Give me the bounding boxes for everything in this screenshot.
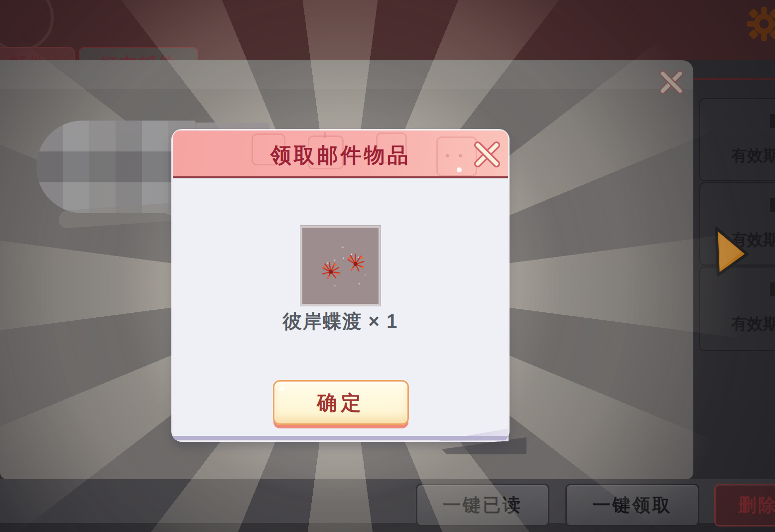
dialog-title: 领取邮件物品 [173, 141, 508, 169]
mail-list-item[interactable]: 有效期 [699, 98, 775, 181]
validity-label: 有效期 [731, 313, 775, 335]
confirm-button-label: 确定 [317, 389, 365, 416]
window-divider-line [693, 78, 775, 80]
item-count: × 1 [369, 311, 398, 332]
claim-all-button[interactable]: 一键领取 [565, 484, 699, 527]
dialog-header: 领取邮件物品 [173, 131, 508, 178]
button-sparkle-dot [279, 387, 284, 391]
mark-all-read-button[interactable]: 一键已读 [416, 484, 549, 527]
claim-all-label: 一键领取 [593, 493, 672, 518]
page-next-arrow-icon[interactable] [712, 222, 755, 280]
sparkle-dot [457, 167, 462, 172]
panel-close-icon[interactable] [658, 69, 684, 95]
claim-reward-dialog: 领取邮件物品 [173, 131, 508, 440]
dialog-bottom-edge [173, 436, 508, 440]
censored-name-mosaic [36, 121, 196, 213]
mark-all-read-label: 一键已读 [443, 493, 522, 518]
confirm-button[interactable]: 确定 [273, 380, 409, 425]
clipped-text-fragment [770, 198, 775, 212]
item-name-and-count: 彼岸蝶渡× 1 [173, 309, 508, 334]
panel-top-highlight [0, 60, 693, 89]
delete-label: 删除 [738, 493, 775, 518]
validity-label: 有效期 [731, 145, 775, 167]
settings-gear-icon[interactable] [745, 5, 775, 43]
item-image [300, 225, 381, 306]
clipped-text-fragment [770, 282, 775, 296]
clipped-text-fragment [770, 114, 775, 128]
dialog-close-icon[interactable] [473, 140, 501, 168]
spider-lily-flowers-icon [300, 226, 380, 305]
delete-button[interactable]: 删除 [714, 484, 775, 527]
game-screen: 邮件 好友邮件 有效期 有效期 有效期 一键已读 一键领取 删除 [0, 0, 775, 532]
item-name: 彼岸蝶渡 [283, 311, 363, 332]
